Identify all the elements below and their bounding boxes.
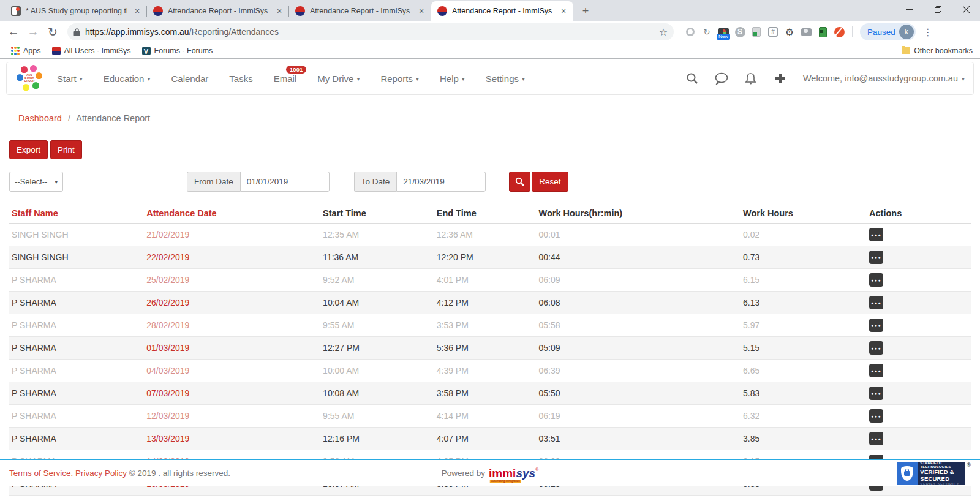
sheet-extension-icon[interactable] bbox=[817, 26, 828, 37]
cz-extension-icon[interactable] bbox=[834, 26, 845, 37]
column-header-1[interactable]: Attendance Date bbox=[144, 203, 320, 224]
to-date-input[interactable] bbox=[396, 172, 486, 192]
staff-select-dropdown[interactable]: --Select-- ▾ bbox=[9, 172, 63, 192]
cell-attendance-date[interactable]: 28/02/2019 bbox=[144, 314, 320, 337]
row-actions-button[interactable]: ●●● bbox=[869, 364, 883, 377]
browser-tab[interactable]: Attendance Report - ImmiSys✕ bbox=[431, 1, 573, 21]
chevron-down-icon: ▾ bbox=[356, 75, 360, 82]
address-bar[interactable]: https://app.immisys.com.au/Reporting/Att… bbox=[67, 23, 674, 40]
row-actions-button[interactable]: ●●● bbox=[869, 296, 883, 309]
bookmark-star-icon[interactable]: ☆ bbox=[659, 26, 668, 38]
powered-by-label: Powered by bbox=[442, 469, 485, 478]
gear-extension-icon[interactable]: ⚙ bbox=[784, 26, 795, 37]
add-plus-icon[interactable] bbox=[774, 72, 787, 85]
nav-item-calendar[interactable]: Calendar bbox=[171, 74, 208, 84]
nav-item-help[interactable]: Help▾ bbox=[440, 74, 465, 84]
cell-attendance-date[interactable]: 25/02/2019 bbox=[144, 269, 320, 292]
cell-end-time: 12:36 AM bbox=[434, 224, 537, 246]
cell-work-hours-hrmin: 03:51 bbox=[536, 428, 741, 450]
speed-extension-icon[interactable]: New bbox=[718, 26, 729, 37]
tab-close-icon[interactable]: ✕ bbox=[132, 6, 142, 16]
cell-actions: ●●● bbox=[867, 360, 971, 382]
column-header-0[interactable]: Staff Name bbox=[9, 203, 144, 224]
row-actions-button[interactable]: ●●● bbox=[869, 319, 883, 332]
browser-tab[interactable]: Attendance Report - ImmiSys✕ bbox=[147, 1, 289, 21]
nav-item-start[interactable]: Start▾ bbox=[57, 74, 83, 84]
other-bookmarks[interactable]: Other bookmarks bbox=[894, 47, 973, 55]
security-seal[interactable]: STARFIELD TECHNOLOGIES VERIFIED & SECURE… bbox=[897, 462, 971, 485]
grid-extension-icon[interactable]: # bbox=[767, 26, 778, 37]
reset-button[interactable]: Reset bbox=[532, 172, 568, 192]
breadcrumb-dashboard-link[interactable]: Dashboard bbox=[18, 113, 62, 123]
minimize-button[interactable] bbox=[895, 0, 924, 18]
immisys-favicon-icon bbox=[153, 6, 163, 16]
cell-start-time: 10:00 AM bbox=[320, 360, 434, 382]
new-badge: New bbox=[717, 34, 730, 40]
doc2-extension-icon[interactable] bbox=[751, 26, 762, 37]
table-row: P SHARMA28/02/20199:55 AM3:53 PM05:585.9… bbox=[9, 314, 971, 337]
cell-attendance-date[interactable]: 26/02/2019 bbox=[144, 292, 320, 314]
row-actions-button[interactable]: ●●● bbox=[869, 409, 883, 423]
from-date-input[interactable] bbox=[240, 172, 330, 192]
tab-title: Attendance Report - ImmiSys bbox=[168, 7, 270, 15]
cam-extension-icon[interactable] bbox=[801, 26, 812, 37]
url-text: https://app.immisys.com.au/Reporting/Att… bbox=[85, 27, 650, 37]
close-window-button[interactable] bbox=[952, 0, 980, 18]
search-filter-button[interactable] bbox=[509, 172, 530, 192]
row-actions-button[interactable]: ●●● bbox=[869, 432, 883, 445]
tab-title: * AUS Study group reporting tha bbox=[26, 7, 127, 15]
notifications-bell-icon[interactable] bbox=[744, 72, 758, 85]
row-actions-button[interactable]: ●●● bbox=[869, 387, 883, 400]
reload-button[interactable]: ↻ bbox=[44, 23, 61, 40]
forward-button[interactable]: → bbox=[24, 23, 42, 40]
cell-attendance-date[interactable]: 22/02/2019 bbox=[144, 246, 320, 269]
immisys-logo[interactable]: immisys® automating immigration bbox=[489, 467, 538, 479]
seal-company: STARFIELD TECHNOLOGIES bbox=[920, 461, 963, 469]
ellipsis-icon: ●●● bbox=[871, 414, 881, 418]
nav-item-settings[interactable]: Settings▾ bbox=[486, 74, 525, 84]
tab-close-icon[interactable]: ✕ bbox=[274, 6, 284, 16]
chat-icon[interactable] bbox=[715, 72, 728, 85]
tab-close-icon[interactable]: ✕ bbox=[559, 6, 568, 16]
search-icon[interactable] bbox=[685, 72, 699, 85]
welcome-user-menu[interactable]: Welcome, info@ausstudygroup.com.au ▾ bbox=[803, 74, 965, 83]
nav-item-my-drive[interactable]: My Drive▾ bbox=[317, 74, 360, 84]
sync-paused-pill[interactable]: Paused k bbox=[860, 23, 916, 40]
cell-attendance-date[interactable]: 01/03/2019 bbox=[144, 337, 320, 360]
privacy-link[interactable]: Privacy Policy bbox=[75, 469, 127, 478]
restore-button[interactable] bbox=[924, 0, 952, 18]
tab-close-icon[interactable]: ✕ bbox=[417, 6, 426, 16]
print-button[interactable]: Print bbox=[50, 140, 82, 159]
terms-link[interactable]: Terms of Service. bbox=[9, 469, 73, 478]
row-actions-button[interactable]: ●●● bbox=[869, 273, 883, 287]
row-actions-button[interactable]: ●●● bbox=[869, 228, 883, 241]
skype-extension-icon[interactable]: S bbox=[734, 26, 745, 37]
browser-tab[interactable]: Attendance Report - ImmiSys✕ bbox=[289, 1, 431, 21]
new-tab-button[interactable]: + bbox=[577, 2, 594, 20]
recycle-extension-icon[interactable]: ↻ bbox=[701, 26, 712, 37]
nav-item-education[interactable]: Education▾ bbox=[104, 74, 151, 84]
nav-item-reports[interactable]: Reports▾ bbox=[380, 74, 419, 84]
browser-tab[interactable]: * AUS Study group reporting tha✕ bbox=[5, 1, 147, 21]
cell-attendance-date[interactable]: 21/02/2019 bbox=[144, 224, 320, 246]
row-actions-button[interactable]: ●●● bbox=[869, 251, 883, 264]
bookmark-item[interactable]: Apps bbox=[7, 45, 45, 56]
ellipsis-icon: ●●● bbox=[871, 278, 881, 282]
aus-study-group-logo[interactable]: AUS STUDY GROUP bbox=[15, 64, 43, 92]
export-button[interactable]: Export bbox=[9, 140, 48, 159]
cell-attendance-date[interactable]: 12/03/2019 bbox=[144, 405, 320, 428]
nav-item-email[interactable]: Email1001 bbox=[274, 74, 297, 84]
browser-menu-button[interactable]: ⋮ bbox=[923, 26, 933, 38]
cell-start-time: 12:27 PM bbox=[320, 337, 434, 360]
cell-attendance-date[interactable]: 07/03/2019 bbox=[144, 382, 320, 405]
ring-extension-icon[interactable] bbox=[685, 26, 696, 37]
row-actions-button[interactable]: ●●● bbox=[869, 341, 883, 355]
nav-item-tasks[interactable]: Tasks bbox=[229, 74, 252, 84]
cell-attendance-date[interactable]: 04/03/2019 bbox=[144, 360, 320, 382]
ring-icon bbox=[686, 28, 695, 36]
bookmark-item[interactable]: All Users - ImmiSys bbox=[48, 45, 135, 56]
profile-avatar[interactable]: k bbox=[899, 25, 914, 39]
bookmark-item[interactable]: Forums - Forums bbox=[138, 45, 217, 56]
back-button[interactable]: ← bbox=[5, 23, 22, 40]
cell-attendance-date[interactable]: 13/03/2019 bbox=[144, 428, 320, 450]
